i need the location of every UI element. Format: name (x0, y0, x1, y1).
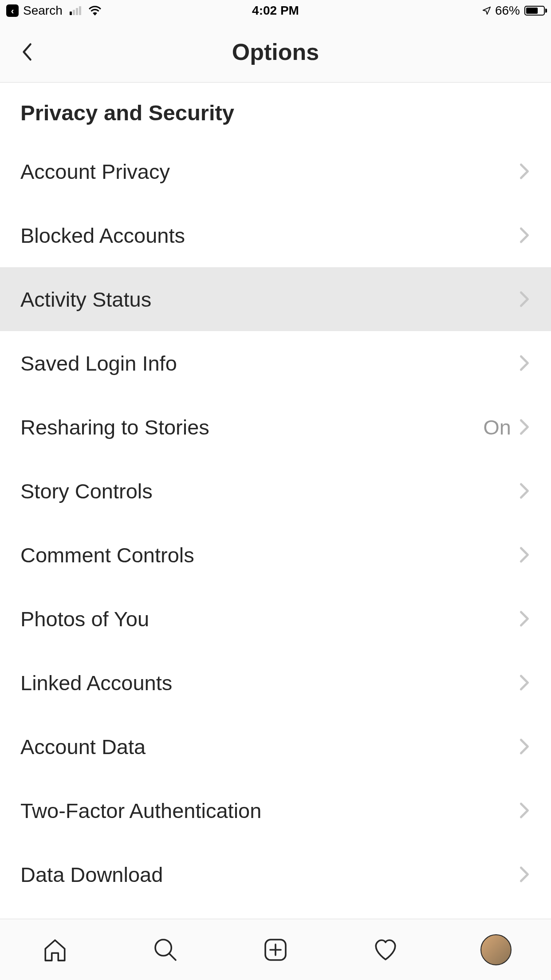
settings-item-label: Comment Controls (20, 543, 518, 567)
settings-item-value: On (483, 415, 511, 439)
settings-item[interactable]: Two-Factor Authentication (0, 778, 551, 842)
chevron-right-icon (518, 674, 531, 692)
chevron-right-icon (518, 226, 531, 244)
chevron-left-icon (21, 42, 32, 62)
cellular-signal-icon (70, 6, 81, 15)
clock-time: 4:02 PM (252, 4, 299, 18)
settings-item-label: Resharing to Stories (20, 415, 483, 439)
search-icon (153, 937, 178, 963)
settings-item-label: Two-Factor Authentication (20, 798, 518, 823)
settings-item-label: Account Data (20, 735, 518, 759)
settings-item[interactable]: Account Data (0, 715, 551, 778)
settings-item[interactable]: Photos of You (0, 587, 551, 651)
settings-item-label: Account Privacy (20, 159, 518, 184)
battery-icon (524, 6, 545, 16)
settings-content: Privacy and Security Account PrivacyBloc… (0, 83, 551, 919)
back-app-icon[interactable]: ‹ (6, 4, 19, 17)
settings-list: Account PrivacyBlocked AccountsActivity … (0, 139, 551, 906)
location-icon (482, 6, 492, 16)
chevron-right-icon (518, 290, 531, 308)
chevron-right-icon (518, 482, 531, 500)
settings-item[interactable]: Data Download (0, 842, 551, 906)
status-bar: ‹ Search 4:02 PM 66% (0, 0, 551, 21)
wifi-icon (88, 6, 102, 16)
page-title: Options (232, 39, 319, 65)
plus-square-icon (263, 937, 288, 963)
activity-tab[interactable] (370, 934, 401, 965)
settings-item[interactable]: Linked Accounts (0, 651, 551, 715)
back-button[interactable] (18, 41, 35, 63)
status-left: ‹ Search (6, 4, 102, 18)
settings-item[interactable]: Resharing to StoriesOn (0, 395, 551, 459)
status-right: 66% (482, 4, 545, 18)
battery-percent: 66% (495, 4, 520, 18)
settings-item-label: Story Controls (20, 479, 518, 503)
settings-item-label: Activity Status (20, 287, 518, 312)
search-tab[interactable] (150, 934, 181, 965)
home-icon (42, 937, 68, 963)
avatar-icon (480, 934, 512, 965)
chevron-right-icon (518, 610, 531, 628)
create-tab[interactable] (260, 934, 291, 965)
profile-tab[interactable] (480, 934, 512, 965)
settings-item-label: Saved Login Info (20, 351, 518, 375)
settings-item[interactable]: Comment Controls (0, 523, 551, 587)
settings-item[interactable]: Story Controls (0, 459, 551, 523)
settings-item-label: Linked Accounts (20, 671, 518, 695)
tab-bar (0, 919, 551, 980)
nav-header: Options (0, 21, 551, 83)
section-header: Privacy and Security (0, 83, 551, 139)
back-app-label[interactable]: Search (23, 4, 63, 18)
chevron-right-icon (518, 354, 531, 372)
heart-icon (373, 937, 398, 963)
settings-item-label: Photos of You (20, 607, 518, 631)
chevron-right-icon (518, 802, 531, 819)
chevron-right-icon (518, 418, 531, 436)
chevron-right-icon (518, 738, 531, 755)
settings-item[interactable]: Activity Status (0, 267, 551, 331)
chevron-right-icon (518, 546, 531, 564)
settings-item-label: Data Download (20, 862, 518, 887)
settings-item-label: Blocked Accounts (20, 223, 518, 248)
svg-line-1 (169, 953, 176, 960)
settings-item[interactable]: Account Privacy (0, 139, 551, 203)
home-tab[interactable] (39, 934, 71, 965)
chevron-right-icon (518, 865, 531, 883)
chevron-right-icon (518, 162, 531, 180)
settings-item[interactable]: Saved Login Info (0, 331, 551, 395)
settings-item[interactable]: Blocked Accounts (0, 203, 551, 267)
